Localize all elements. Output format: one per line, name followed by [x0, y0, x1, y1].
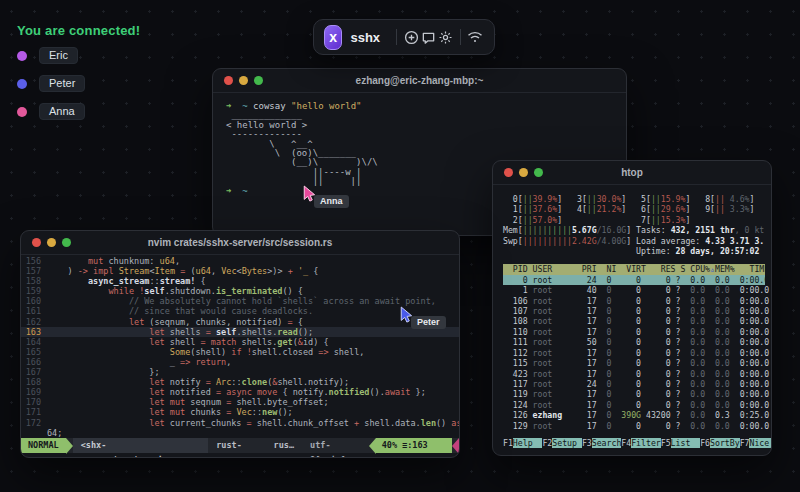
fkey-action[interactable]: Search	[592, 438, 622, 448]
htop-table-header[interactable]: PID USER PRI NI VIRT RES S CPU%▵MEM% TIM…	[503, 264, 765, 274]
window-titlebar[interactable]: ezhang@eric-zhang-mbp:~	[213, 69, 626, 93]
htop-meters: 0[||39.9%] 3[||30.0%] 5[||15.9%] 8[|| 4.…	[503, 194, 765, 256]
htop-content[interactable]: 0[||39.9%] 3[||30.0%] 5[||15.9%] 8[|| 4.…	[503, 194, 765, 455]
code-line[interactable]: 172 let current_chunks = shell.chunk_off…	[21, 418, 459, 428]
code-line[interactable]: 168 let notify = Arc::clone(&shell.notif…	[21, 377, 459, 387]
terminal-window-nvim[interactable]: nvim crates/sshx-server/src/session.rs 1…	[20, 230, 460, 458]
htop-process-row[interactable]: 0 root 24 0 0 0 ? 0.0 0.0 0:00.0	[503, 275, 765, 285]
toolbar: x sshx	[313, 19, 495, 55]
htop-process-row[interactable]: 108 root 17 0 0 0 ? 0.0 0.0 0:00.0	[503, 316, 765, 326]
remote-cursor-anna: Anna	[301, 185, 317, 207]
htop-process-row[interactable]: 111 root 50 0 0 0 ? 0.0 0.0 0:00.0	[503, 337, 765, 347]
htop-process-row[interactable]: 423 root 17 0 0 0 ? 0.0 0.0 0:00.0	[503, 369, 765, 379]
code-line[interactable]: 156 mut chunknum: u64,	[21, 256, 459, 266]
statusbar-lsp2: rus…	[266, 438, 302, 453]
toolbar-divider	[396, 29, 397, 45]
nvim-editor[interactable]: 156 mut chunknum: u64,157 ) -> impl Stre…	[21, 256, 459, 438]
fkey-number: F5	[661, 438, 671, 448]
minimize-button[interactable]	[47, 238, 56, 247]
code-line[interactable]: 162 let (seqnum, chunks, notified) = {	[21, 317, 459, 327]
terminal-line: Uptime: 28 days, 20:57:02	[503, 246, 765, 256]
line-number: 167	[21, 367, 47, 377]
close-button[interactable]	[504, 168, 513, 177]
fkey-number: F6	[700, 438, 710, 448]
htop-process-row[interactable]: 112 root 17 0 0 0 ? 0.0 0.0 0:00.0	[503, 348, 765, 358]
new-terminal-button[interactable]	[403, 25, 420, 49]
sshx-logo[interactable]: x	[324, 25, 342, 50]
code-line[interactable]: 171 let mut chunks = Vec::new();	[21, 407, 459, 417]
htop-process-row[interactable]: 1 root 40 0 0 0 ? 0.0 0.0 0:00.0	[503, 285, 765, 295]
terminal-line: PID USER PRI NI VIRT RES S CPU%▵MEM% TIM…	[503, 264, 765, 274]
minimize-button[interactable]	[519, 168, 528, 177]
code-line[interactable]: 164 let shell = match shells.get(&id) {	[21, 337, 459, 347]
user-presence-list: EricPeterAnna	[17, 46, 85, 130]
line-number: 168	[21, 377, 47, 387]
powerline-separator	[66, 438, 73, 454]
connected-status: You are connected!	[17, 23, 140, 38]
terminal-line: Swp[||||||||||2.42G/4.00G] Load average:…	[503, 236, 765, 246]
chat-bubble-icon	[421, 30, 436, 45]
line-number: 158	[21, 276, 47, 286]
maximize-button[interactable]	[254, 76, 263, 85]
powerline-separator	[369, 438, 376, 454]
code-line[interactable]: 165 Some(shell) if !shell.closed => shel…	[21, 347, 459, 357]
htop-process-row[interactable]: 115 root 17 0 0 0 ? 0.0 0.0 0:00.0	[503, 358, 765, 368]
line-number: 165	[21, 347, 47, 357]
powerline-separator	[452, 438, 459, 454]
fkey-number: F4	[621, 438, 631, 448]
connection-status-button[interactable]	[467, 25, 484, 49]
code-line[interactable]: 161 // since that would cause deadlocks.	[21, 306, 459, 316]
htop-process-row[interactable]: 119 root 17 0 0 0 ? 0.0 0.0 0:00.0	[503, 389, 765, 399]
user-name-badge: Eric	[39, 47, 78, 64]
code-line[interactable]: 158 async_stream::stream! {	[21, 276, 459, 286]
chat-button[interactable]	[420, 25, 437, 49]
window-title: nvim crates/sshx-server/src/session.rs	[148, 237, 333, 248]
user-row: Eric	[17, 46, 85, 65]
close-button[interactable]	[32, 238, 41, 247]
fkey-action[interactable]: Setup	[552, 438, 582, 448]
remote-cursor-peter: Peter	[398, 306, 414, 328]
fkey-action[interactable]: SortBy	[710, 438, 740, 448]
settings-button[interactable]	[437, 25, 454, 49]
code-line[interactable]: 159 while !self.shutdown.is_terminated()…	[21, 286, 459, 296]
code-line[interactable]: 170 let mut seqnum = shell.byte_offset;	[21, 397, 459, 407]
window-titlebar[interactable]: nvim crates/sshx-server/src/session.rs	[21, 231, 459, 255]
code-line[interactable]: 167 };	[21, 367, 459, 377]
htop-process-row[interactable]: 110 root 17 0 0 0 ? 0.0 0.0 0:00.0	[503, 327, 765, 337]
htop-process-row[interactable]: 124 root 17 0 0 0 ? 0.0 0.0 0:00.0	[503, 400, 765, 410]
app-name: sshx	[350, 30, 380, 45]
code-line[interactable]: 160 // We absolutely cannot hold `shells…	[21, 296, 459, 306]
terminal-line: 2[||57.0%] 7[||15.3%]	[503, 215, 765, 225]
fkey-action[interactable]: Help	[513, 438, 543, 448]
fkey-action[interactable]: Nice	[749, 438, 772, 448]
code-line[interactable]: 166 _ => return,	[21, 357, 459, 367]
htop-process-row[interactable]: 107 root 17 0 0 0 ? 0.0 0.0 0:00.0	[503, 306, 765, 316]
htop-process-row[interactable]: 117 root 24 0 0 0 ? 0.0 0.0 0:00.0	[503, 379, 765, 389]
maximize-button[interactable]	[534, 168, 543, 177]
terminal-line: 0[||39.9%] 3[||30.0%] 5[||15.9%] 8[|| 4.…	[503, 194, 765, 204]
window-title: htop	[621, 167, 643, 178]
window-titlebar[interactable]: htop	[493, 161, 771, 185]
terminal-line: Mem[||||||||||5.67G/16.0G] Tasks: 432, 2…	[503, 225, 765, 235]
window-title: ezhang@eric-zhang-mbp:~	[356, 75, 484, 86]
fkey-action[interactable]: List	[671, 438, 701, 448]
code-line[interactable]: 169 let notified = async move { notify.n…	[21, 387, 459, 397]
user-row: Peter	[17, 74, 85, 93]
htop-process-row[interactable]: 129 root 17 0 0 0 ? 0.0 0.0 0:00.0	[503, 421, 765, 431]
code-line[interactable]: 64;	[21, 428, 459, 438]
code-line[interactable]: 157 ) -> impl Stream<Item = (u64, Vec<By…	[21, 266, 459, 276]
line-number: 161	[21, 306, 47, 316]
fkey-action[interactable]: Filter	[631, 438, 661, 448]
statusbar-position: 40% ≡:163 ‖:52	[376, 438, 452, 453]
statusbar-lsp: rust-ana…	[208, 438, 265, 453]
minimize-button[interactable]	[239, 76, 248, 85]
terminal-window-htop[interactable]: htop 0[||39.9%] 3[||30.0%] 5[||15.9%] 8[…	[492, 160, 772, 456]
htop-process-row[interactable]: 126 ezhang 17 0 390G 43200 ? 0.0 0.3 0:2…	[503, 410, 765, 420]
user-color-dot	[17, 51, 27, 61]
maximize-button[interactable]	[62, 238, 71, 247]
htop-process-row[interactable]: 106 root 17 0 0 0 ? 0.0 0.0 0:00.0	[503, 296, 765, 306]
line-number: 162	[21, 317, 47, 327]
close-button[interactable]	[224, 76, 233, 85]
user-name-badge: Peter	[39, 75, 85, 92]
code-line[interactable]: 163 let shells = self.shells.read();	[21, 327, 459, 337]
